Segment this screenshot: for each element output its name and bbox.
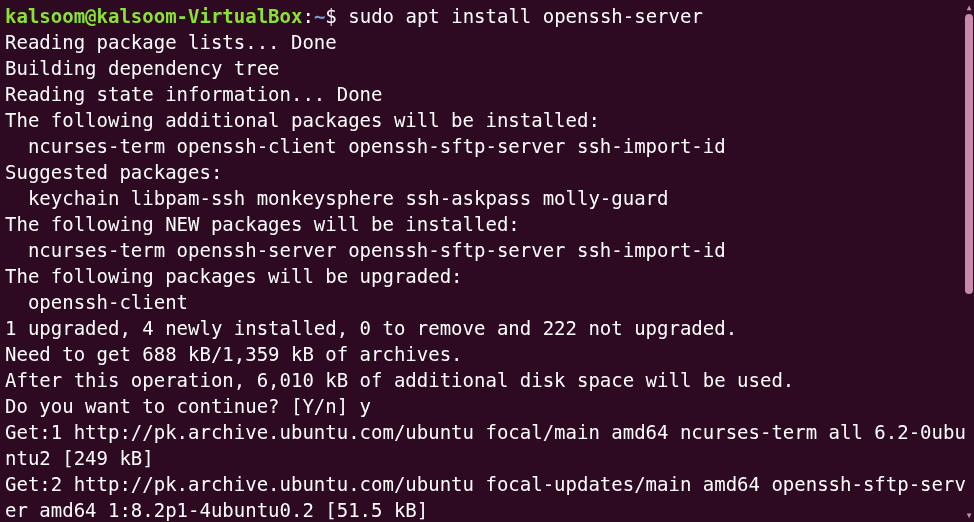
prompt-dollar: $	[325, 5, 336, 27]
prompt-user: kalsoom	[5, 5, 85, 27]
output-line: The following packages will be upgraded:	[5, 265, 463, 287]
output-line: Building dependency tree	[5, 57, 280, 79]
output-line: The following NEW packages will be insta…	[5, 213, 520, 235]
command-text: sudo apt install openssh-server	[348, 5, 703, 27]
output-line: Get:2 http://pk.archive.ubuntu.com/ubunt…	[5, 473, 966, 521]
output-line: 1 upgraded, 4 newly installed, 0 to remo…	[5, 317, 737, 339]
output-line: openssh-client	[5, 291, 188, 313]
scrollbar[interactable]: ▴ ▾	[964, 0, 974, 522]
output-line: Need to get 688 kB/1,359 kB of archives.	[5, 343, 463, 365]
output-line: ncurses-term openssh-server openssh-sftp…	[5, 239, 726, 261]
prompt-at: @	[85, 5, 96, 27]
prompt-host: kalsoom-VirtualBox	[97, 5, 303, 27]
output-line: Do you want to continue? [Y/n] y	[5, 395, 371, 417]
scrollbar-thumb[interactable]	[965, 14, 973, 294]
scrollbar-down-icon[interactable]: ▾	[964, 508, 974, 522]
output-line: After this operation, 6,010 kB of additi…	[5, 369, 794, 391]
output-line: Get:1 http://pk.archive.ubuntu.com/ubunt…	[5, 421, 966, 469]
terminal-output[interactable]: kalsoom@kalsoom-VirtualBox:~$ sudo apt i…	[5, 3, 969, 522]
output-line: The following additional packages will b…	[5, 109, 600, 131]
output-line: ncurses-term openssh-client openssh-sftp…	[5, 135, 726, 157]
scrollbar-up-icon[interactable]: ▴	[964, 0, 974, 14]
output-line: Suggested packages:	[5, 161, 222, 183]
output-line: keychain libpam-ssh monkeysphere ssh-ask…	[5, 187, 668, 209]
output-line: Reading state information... Done	[5, 83, 383, 105]
prompt-sep: :	[302, 5, 313, 27]
scrollbar-track[interactable]	[964, 14, 974, 508]
output-line: Reading package lists... Done	[5, 31, 337, 53]
prompt-path: ~	[314, 5, 325, 27]
